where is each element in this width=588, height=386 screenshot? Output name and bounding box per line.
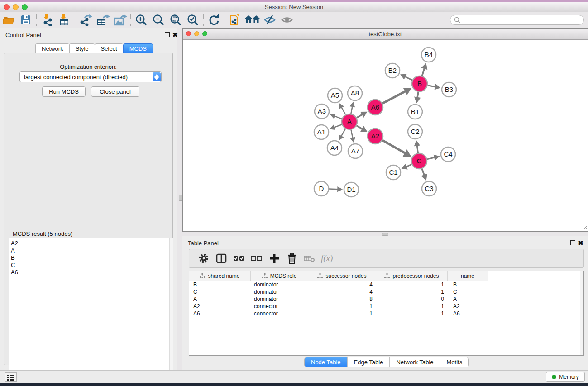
edge-C-C4[interactable] (427, 157, 435, 159)
edge-A-A4[interactable] (341, 129, 345, 137)
add-column-button[interactable] (265, 251, 283, 266)
table-row[interactable]: Bdominator41B (189, 281, 583, 288)
node-table[interactable]: shared nameMCDS rolesuccessor nodesprede… (189, 271, 584, 356)
edge-B-B2[interactable] (405, 76, 412, 80)
close-panel-icon[interactable]: ✖ (172, 31, 178, 38)
tab-mcds[interactable]: MCDS (123, 43, 153, 53)
mcds-result-item[interactable]: B (11, 254, 170, 262)
function-builder-button-disabled: f(x) (321, 253, 333, 263)
tab-node-table[interactable]: Node Table (305, 357, 348, 367)
memory-button[interactable]: Memory (546, 372, 585, 382)
table-row[interactable]: Adominator80A (189, 295, 583, 303)
edge-A-A1[interactable] (334, 124, 342, 128)
zoom-in-button[interactable] (133, 13, 150, 27)
column-header-predecessor-nodes[interactable]: predecessor nodes (376, 271, 448, 281)
export-image-button[interactable] (111, 13, 129, 27)
import-table-button[interactable] (56, 13, 73, 27)
mcds-result-item[interactable]: C (11, 262, 170, 269)
column-label: MCDS role (270, 273, 297, 279)
mcds-result-list[interactable]: A2ABCA6 (9, 238, 170, 386)
cell: B (448, 281, 488, 288)
table-scrollbar[interactable] (580, 271, 583, 355)
network-canvas[interactable]: B4B2BB3A8A5A6A3B1AA1C2A2A4A7C4CC1C3DD1 (183, 40, 588, 231)
column-view-button[interactable] (212, 251, 230, 266)
edge-C-C1[interactable] (406, 164, 411, 167)
result-list-scrollbar[interactable] (169, 238, 173, 386)
edge-A-A3[interactable] (334, 116, 342, 119)
cell: 0 (376, 295, 448, 303)
import-table-icon (58, 14, 71, 26)
tab-motifs[interactable]: Motifs (440, 357, 469, 367)
tab-network[interactable]: Network (35, 43, 69, 53)
export-network-button[interactable] (77, 13, 94, 27)
edge-A-A8[interactable] (351, 106, 352, 114)
close-panel-button[interactable]: Close panel (91, 86, 139, 97)
table-settings-button[interactable] (195, 251, 212, 266)
show-panels-button[interactable] (278, 13, 296, 27)
home-view-button[interactable] (244, 13, 261, 27)
cell: connector (251, 303, 308, 310)
table-row[interactable]: A2connector11A2 (189, 303, 583, 310)
app-window: Session: New Session (0, 0, 588, 386)
node-label-A5: A5 (331, 91, 339, 99)
toolbar-separator (75, 14, 75, 26)
optimization-criterion-label: Optimization criterion: (4, 63, 172, 70)
column-header-shared-name[interactable]: shared name (189, 271, 251, 281)
zoom-fit-button[interactable] (167, 13, 184, 27)
table-row[interactable]: Cdominator41C (189, 288, 583, 295)
edge-A-A5[interactable] (341, 107, 345, 114)
hide-panels-button[interactable] (261, 13, 278, 27)
mcds-result-item[interactable]: A6 (11, 269, 170, 276)
open-file-button[interactable] (0, 13, 17, 27)
tab-select[interactable]: Select (95, 43, 123, 53)
import-network-button[interactable] (38, 13, 56, 27)
resize-grip-icon[interactable] (581, 225, 587, 231)
tab-style[interactable]: Style (69, 43, 95, 53)
search-input[interactable] (450, 15, 584, 25)
duplicate-network-button[interactable] (227, 13, 244, 27)
column-header-MCDS-role[interactable]: MCDS role (251, 271, 308, 281)
float-panel-icon[interactable] (165, 32, 170, 37)
arrowhead-icon (435, 84, 441, 90)
gear-icon (198, 253, 210, 264)
zoom-out-button[interactable] (150, 13, 167, 27)
mcds-result-item[interactable]: A2 (11, 240, 170, 247)
edge-B-B3[interactable] (428, 86, 436, 87)
delete-column-button[interactable] (283, 251, 301, 266)
float-table-panel-icon[interactable] (570, 240, 575, 245)
mcds-result-item[interactable]: A (11, 247, 170, 254)
export-table-button[interactable] (94, 13, 111, 27)
edge-C-C2[interactable] (417, 145, 418, 153)
table-panel: Table Panel ✖ (182, 236, 588, 370)
task-history-button[interactable] (5, 372, 17, 382)
network-window: testGlobe.txt B4B2BB3A8A5A6A3B1AA1C2A2A4… (182, 28, 588, 232)
table-row[interactable]: A6connector11A6 (189, 310, 583, 317)
deselect-all-button[interactable] (248, 251, 265, 266)
node-label-D1: D1 (347, 186, 355, 193)
node-label-A6: A6 (371, 103, 379, 111)
column-header-successor-nodes[interactable]: successor nodes (308, 271, 376, 281)
edge-B-B4[interactable] (422, 68, 424, 76)
edge-B-B1[interactable] (417, 92, 418, 98)
zoom-selected-button[interactable] (184, 13, 201, 27)
tab-network-table[interactable]: Network Table (390, 357, 440, 367)
column-header-name[interactable]: name (448, 271, 488, 281)
tab-edge-table[interactable]: Edge Table (348, 357, 390, 367)
close-table-panel-icon[interactable]: ✖ (578, 239, 583, 247)
edge-A-A7[interactable] (351, 130, 353, 138)
select-all-button[interactable] (230, 251, 248, 266)
edge-A6-B[interactable] (382, 91, 406, 103)
refresh-button[interactable] (206, 13, 223, 27)
edge-A-A2[interactable] (357, 126, 363, 129)
criterion-dropdown[interactable]: largest connected component (directed) (19, 71, 162, 82)
edge-A2-C[interactable] (382, 140, 406, 153)
edge-A-A6[interactable] (357, 114, 363, 118)
save-session-button[interactable] (17, 13, 34, 27)
edge-D-D1[interactable] (329, 189, 338, 190)
edge-C-C3[interactable] (422, 169, 424, 176)
horizontal-split-handle[interactable] (382, 233, 388, 236)
app-titlebar[interactable]: Session: New Session (0, 2, 588, 12)
network-window-titlebar[interactable]: testGlobe.txt (183, 29, 588, 40)
run-mcds-button[interactable]: Run MCDS (42, 86, 86, 97)
refresh-icon (208, 14, 220, 26)
